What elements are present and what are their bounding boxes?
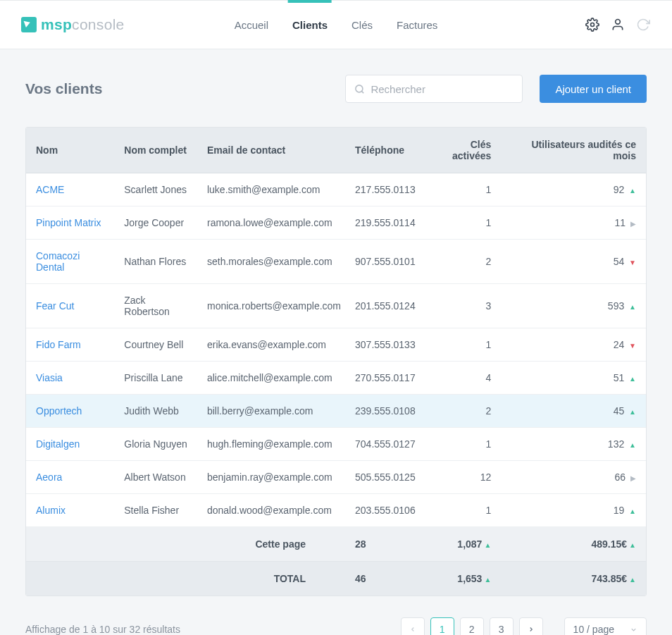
client-link[interactable]: Fido Farm [36, 339, 81, 350]
page-button-2[interactable]: 2 [460, 617, 484, 635]
svg-point-0 [591, 23, 595, 27]
table-row[interactable]: Fido FarmCourtney Bellerika.evans@exampl… [26, 328, 646, 362]
top-navigation: mspconsole AccueilClientsClésFactures [0, 0, 672, 49]
table-row[interactable]: Comacozi DentalNathan Floresseth.morales… [26, 240, 646, 284]
pagination-info: Affichage de 1 à 10 sur 32 résultats [25, 624, 180, 635]
col-audits[interactable]: Utilisateurs audités ce mois [501, 128, 646, 173]
cell-full-name: Gloria Nguyen [117, 428, 200, 461]
page-size-select[interactable]: 10 / page [564, 617, 647, 635]
trend-flat-icon: ▶ [630, 474, 636, 482]
cell-email: erika.evans@example.com [200, 328, 348, 362]
nav-item-factures[interactable]: Factures [397, 1, 437, 49]
page-prev-button[interactable] [401, 617, 425, 635]
client-link[interactable]: Alumix [36, 505, 66, 516]
settings-button[interactable] [585, 17, 600, 32]
cell-email: ramona.lowe@example.com [200, 206, 348, 240]
cell-email: monica.roberts@example.com [200, 284, 348, 328]
trend-up-icon: ▲ [629, 576, 636, 584]
cell-audits: 132 ▲ [501, 428, 646, 461]
brand-text: mspconsole [41, 16, 125, 33]
cell-email: seth.morales@example.com [200, 240, 348, 284]
search-input[interactable] [371, 83, 514, 95]
table-row[interactable]: OpportechJudith Webbbill.berry@example.c… [26, 395, 646, 428]
nav-item-clients[interactable]: Clients [292, 1, 328, 49]
trend-down-icon: ▼ [629, 342, 636, 350]
table-row[interactable]: Fear CutZack Robertsonmonica.roberts@exa… [26, 284, 646, 328]
trend-up-icon: ▲ [629, 408, 636, 416]
svg-line-3 [362, 91, 364, 93]
cell-phone: 505.555.0125 [348, 461, 423, 494]
client-link[interactable]: Fear Cut [36, 300, 74, 312]
nav-item-accueil[interactable]: Accueil [235, 1, 268, 49]
cell-audits: 24 ▼ [501, 328, 646, 362]
footer-page-keys: 28 [348, 527, 423, 562]
client-link[interactable]: Viasia [36, 372, 63, 383]
cell-phone: 203.555.0106 [348, 494, 423, 527]
table-header-row: Nom Nom complet Email de contact Télépho… [26, 128, 646, 173]
col-name[interactable]: Nom [26, 128, 117, 173]
col-email[interactable]: Email de contact [200, 128, 348, 173]
trend-flat-icon: ▶ [630, 220, 636, 228]
cell-audits: 593 ▲ [501, 284, 646, 328]
brand-logo[interactable]: mspconsole [21, 16, 125, 33]
client-link[interactable]: Comacozi Dental [36, 250, 80, 273]
page-next-button[interactable] [519, 617, 543, 635]
page-button-1[interactable]: 1 [430, 617, 454, 635]
cell-keys: 2 [423, 240, 502, 284]
chevron-down-icon [630, 626, 637, 634]
cell-full-name: Zack Robertson [117, 284, 200, 328]
account-button[interactable] [610, 17, 626, 32]
footer-total-amount: 743.85€▲ [501, 562, 646, 596]
table-row[interactable]: DigitalgenGloria Nguyenhugh.fleming@exam… [26, 428, 646, 461]
trend-up-icon: ▲ [629, 375, 636, 383]
search-icon [354, 84, 365, 94]
cell-phone: 219.555.0114 [348, 206, 423, 240]
footer-page-row: Cette page 28 1,087▲ 489.15€▲ [26, 527, 646, 562]
chevron-left-icon [409, 626, 416, 633]
add-client-button[interactable]: Ajouter un client [540, 75, 647, 103]
cell-keys: 3 [423, 284, 502, 328]
trend-up-icon: ▲ [629, 441, 636, 449]
page-title: Vos clients [25, 80, 102, 97]
client-link[interactable]: Opportech [36, 405, 82, 417]
col-phone[interactable]: Téléphone [348, 128, 423, 173]
cell-email: benjamin.ray@example.com [200, 461, 348, 494]
cell-keys: 1 [423, 206, 502, 240]
footer-page-amount: 489.15€▲ [501, 527, 646, 562]
footer-total-audits: 1,653▲ [423, 562, 502, 596]
logo-mark-icon [21, 17, 37, 32]
cell-email: donald.wood@example.com [200, 494, 348, 527]
col-keys[interactable]: Clés activées [423, 128, 502, 173]
trend-up-icon: ▲ [629, 187, 636, 195]
search-box[interactable] [345, 75, 523, 103]
gear-icon [585, 18, 599, 32]
chevron-right-icon [528, 626, 535, 633]
cell-audits: 92 ▲ [501, 173, 646, 206]
table-row[interactable]: ACMEScarlett Jonesluke.smith@example.com… [26, 173, 646, 206]
client-link[interactable]: ACME [36, 184, 64, 195]
cell-full-name: Judith Webb [117, 395, 200, 428]
refresh-button[interactable] [635, 17, 651, 32]
table-row[interactable]: ViasiaPriscilla Lanealice.mitchell@examp… [26, 362, 646, 395]
client-link[interactable]: Pinpoint Matrix [36, 217, 101, 228]
trend-up-icon: ▲ [629, 507, 636, 515]
page-size-label: 10 / page [573, 624, 614, 635]
client-link[interactable]: Aeora [36, 471, 62, 483]
cell-keys: 1 [423, 494, 502, 527]
cell-full-name: Nathan Flores [117, 240, 200, 284]
nav-item-clés[interactable]: Clés [351, 1, 373, 49]
client-link[interactable]: Digitalgen [36, 438, 80, 450]
table-row[interactable]: Pinpoint MatrixJorge Cooperramona.lowe@e… [26, 206, 646, 240]
cell-audits: 51 ▲ [501, 362, 646, 395]
col-full-name[interactable]: Nom complet [117, 128, 200, 173]
user-icon [611, 18, 625, 32]
cell-full-name: Jorge Cooper [117, 206, 200, 240]
table-row[interactable]: AlumixStella Fisherdonald.wood@example.c… [26, 494, 646, 527]
trend-up-icon: ▲ [484, 576, 491, 584]
table-row[interactable]: AeoraAlbert Watsonbenjamin.ray@example.c… [26, 461, 646, 494]
cell-full-name: Albert Watson [117, 461, 200, 494]
page-button-3[interactable]: 3 [490, 617, 514, 635]
cell-email: luke.smith@example.com [200, 173, 348, 206]
cell-audits: 66 ▶ [501, 461, 646, 494]
pagination: 123 10 / page [401, 617, 647, 635]
